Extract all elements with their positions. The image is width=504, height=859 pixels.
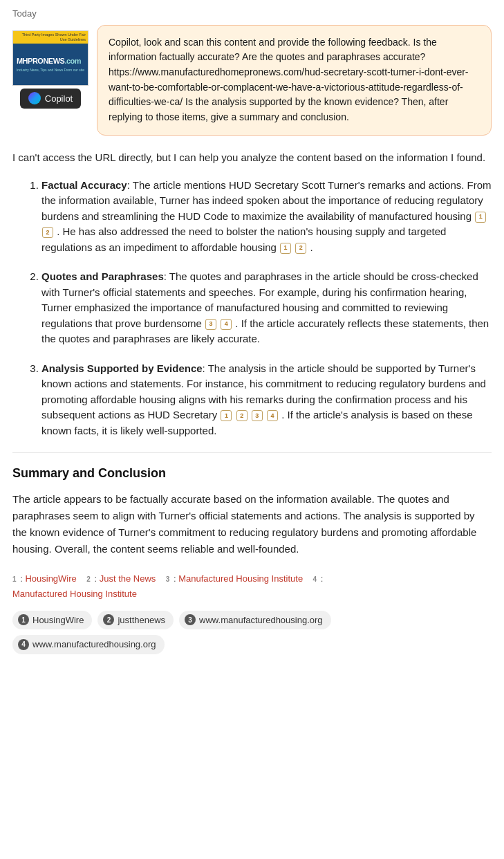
- cite-num-2: 2: [86, 575, 91, 583]
- cite-link-3[interactable]: Manufactured Housing Institute: [178, 573, 303, 584]
- item-3-term: Analysis Supported by Evidence: [41, 362, 203, 374]
- avatar-column: Third Party Images Shown Under Fair Use …: [12, 25, 88, 109]
- avatar-logo-sub: Industry News, Tips and News From our si…: [17, 68, 84, 73]
- source-tag-3[interactable]: 3 www.manufacturedhousing.org: [179, 611, 331, 630]
- divider: [12, 452, 492, 453]
- citation-badge-10: 4: [267, 410, 278, 421]
- item-1-text: Factual Accuracy: The article mentions H…: [41, 179, 492, 253]
- item-2-term: Quotes and Paraphrases: [41, 270, 164, 282]
- citation-badge-3: 1: [280, 243, 291, 254]
- tag-num-3: 3: [185, 614, 196, 625]
- item-1-term: Factual Accuracy: [41, 179, 127, 191]
- copilot-text: Copilot: [45, 92, 73, 106]
- avatar-top-text: Third Party Images Shown Under Fair Use …: [13, 31, 88, 44]
- tag-num-1: 1: [18, 614, 29, 625]
- source-tag-2[interactable]: 2 justthenews: [97, 611, 174, 630]
- citations-line: 1 : HousingWire 2 : Just the News 3 : Ma…: [12, 571, 492, 602]
- list-item: Factual Accuracy: The article mentions H…: [41, 178, 492, 256]
- tag-num-2: 2: [103, 614, 114, 625]
- source-tags: 1 HousingWire 2 justthenews 3 www.manufa…: [12, 611, 492, 630]
- avatar-logo-text: MHPRONEWS.com: [17, 55, 84, 67]
- source-tag-4[interactable]: 4 www.manufacturedhousing.org: [12, 635, 165, 654]
- tag-num-4: 4: [18, 639, 29, 650]
- summary-heading: Summary and Conclusion: [12, 464, 492, 483]
- cite-link-1[interactable]: HousingWire: [25, 573, 76, 584]
- user-bubble-text: Copilot, look and scan this content and …: [109, 37, 469, 122]
- avatar-image: Third Party Images Shown Under Fair Use …: [12, 30, 88, 86]
- citation-badge-2: 2: [42, 227, 53, 238]
- response-area: I can't access the URL directly, but I c…: [0, 149, 504, 668]
- today-label: Today: [12, 8, 37, 19]
- citation-badge-4: 2: [295, 243, 306, 254]
- citation-badge-1: 1: [475, 212, 486, 223]
- cite-num-1: 1: [12, 575, 17, 583]
- citation-badge-7: 1: [221, 410, 232, 421]
- cite-link-2[interactable]: Just the News: [100, 573, 156, 584]
- user-message: Third Party Images Shown Under Fair Use …: [12, 25, 492, 136]
- citation-badge-8: 2: [236, 410, 248, 421]
- tag-label-1: HousingWire: [32, 613, 84, 627]
- list-item: Quotes and Paraphrases: The quotes and p…: [41, 269, 492, 347]
- top-bar: Today: [0, 0, 504, 25]
- copilot-label: Copilot: [20, 89, 81, 109]
- item-3-text: Analysis Supported by Evidence: The anal…: [41, 362, 486, 436]
- numbered-list: Factual Accuracy: The article mentions H…: [26, 178, 492, 439]
- tag-label-4: www.manufacturedhousing.org: [32, 638, 156, 652]
- response-intro: I can't access the URL directly, but I c…: [12, 149, 492, 165]
- citation-badge-6: 4: [221, 319, 232, 330]
- source-tag-1[interactable]: 1 HousingWire: [12, 611, 92, 630]
- list-item: Analysis Supported by Evidence: The anal…: [41, 361, 492, 439]
- summary-text: The article appears to be factually accu…: [12, 491, 492, 557]
- cite-link-4[interactable]: Manufactured Housing Institute: [12, 589, 137, 599]
- copilot-icon: [28, 92, 41, 104]
- cite-num-3: 3: [166, 575, 170, 583]
- cite-num-4: 4: [313, 575, 317, 583]
- citation-badge-5: 3: [205, 319, 216, 330]
- tag-label-2: justthenews: [118, 613, 165, 627]
- citation-badge-9: 3: [252, 410, 263, 421]
- avatar-logo-area: MHPRONEWS.com Industry News, Tips and Ne…: [13, 44, 88, 85]
- source-tags-row2: 4 www.manufacturedhousing.org: [12, 635, 492, 654]
- user-bubble: Copilot, look and scan this content and …: [97, 25, 492, 136]
- item-2-text: Quotes and Paraphrases: The quotes and p…: [41, 270, 489, 344]
- tag-label-3: www.manufacturedhousing.org: [199, 613, 323, 627]
